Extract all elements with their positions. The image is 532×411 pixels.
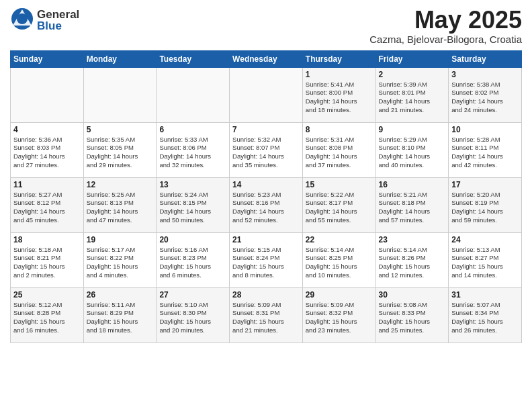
- day-number: 7: [232, 125, 300, 134]
- calendar-header-wednesday: Wednesday: [230, 50, 303, 67]
- calendar-cell: 2Sunrise: 5:39 AMSunset: 8:01 PMDaylight…: [375, 67, 449, 122]
- day-number: 26: [87, 290, 154, 300]
- day-number: 13: [159, 180, 226, 189]
- calendar-header-row: SundayMondayTuesdayWednesdayThursdayFrid…: [11, 50, 522, 67]
- calendar-cell: 15Sunrise: 5:22 AMSunset: 8:17 PMDayligh…: [302, 177, 375, 232]
- calendar-header-friday: Friday: [375, 50, 449, 67]
- day-info: Sunrise: 5:38 AMSunset: 8:02 PMDaylight:…: [451, 81, 519, 115]
- calendar-cell: 6Sunrise: 5:33 AMSunset: 8:06 PMDaylight…: [157, 122, 230, 177]
- calendar-cell: 5Sunrise: 5:35 AMSunset: 8:05 PMDaylight…: [83, 122, 157, 177]
- svg-point-2: [17, 13, 28, 24]
- day-info: Sunrise: 5:07 AMSunset: 8:34 PMDaylight:…: [451, 301, 519, 335]
- day-number: 18: [13, 235, 81, 244]
- day-info: Sunrise: 5:14 AMSunset: 8:26 PMDaylight:…: [379, 246, 446, 280]
- calendar-cell: 26Sunrise: 5:11 AMSunset: 8:29 PMDayligh…: [83, 287, 157, 342]
- day-info: Sunrise: 5:10 AMSunset: 8:30 PMDaylight:…: [159, 301, 226, 335]
- day-info: Sunrise: 5:17 AMSunset: 8:22 PMDaylight:…: [87, 246, 154, 280]
- calendar-cell: 3Sunrise: 5:38 AMSunset: 8:02 PMDaylight…: [449, 67, 522, 122]
- calendar-cell: 18Sunrise: 5:18 AMSunset: 8:21 PMDayligh…: [11, 232, 84, 287]
- day-number: 21: [232, 235, 300, 244]
- calendar-week-1: 4Sunrise: 5:36 AMSunset: 8:03 PMDaylight…: [11, 122, 522, 177]
- calendar-header-sunday: Sunday: [11, 50, 84, 67]
- day-info: Sunrise: 5:13 AMSunset: 8:27 PMDaylight:…: [451, 246, 519, 280]
- calendar-cell: 13Sunrise: 5:24 AMSunset: 8:15 PMDayligh…: [157, 177, 230, 232]
- day-number: 16: [379, 180, 446, 189]
- calendar-cell: 28Sunrise: 5:09 AMSunset: 8:31 PMDayligh…: [230, 287, 303, 342]
- day-number: 27: [159, 290, 226, 300]
- day-info: Sunrise: 5:25 AMSunset: 8:13 PMDaylight:…: [87, 191, 154, 225]
- calendar-cell: 29Sunrise: 5:09 AMSunset: 8:32 PMDayligh…: [302, 287, 375, 342]
- day-number: 3: [451, 70, 519, 79]
- day-number: 1: [306, 70, 373, 79]
- calendar-cell: 31Sunrise: 5:07 AMSunset: 8:34 PMDayligh…: [449, 287, 522, 342]
- logo-text: General Blue: [37, 9, 79, 32]
- calendar-cell: [83, 67, 157, 122]
- day-info: Sunrise: 5:08 AMSunset: 8:33 PMDaylight:…: [379, 301, 446, 335]
- day-number: 22: [306, 235, 373, 244]
- day-number: 29: [306, 290, 373, 300]
- day-info: Sunrise: 5:39 AMSunset: 8:01 PMDaylight:…: [379, 81, 446, 115]
- calendar-cell: 7Sunrise: 5:32 AMSunset: 8:07 PMDaylight…: [230, 122, 303, 177]
- calendar-cell: 8Sunrise: 5:31 AMSunset: 8:08 PMDaylight…: [302, 122, 375, 177]
- day-info: Sunrise: 5:16 AMSunset: 8:23 PMDaylight:…: [159, 246, 226, 280]
- day-info: Sunrise: 5:27 AMSunset: 8:12 PMDaylight:…: [13, 191, 81, 225]
- calendar-cell: 16Sunrise: 5:21 AMSunset: 8:18 PMDayligh…: [375, 177, 449, 232]
- day-info: Sunrise: 5:20 AMSunset: 8:19 PMDaylight:…: [451, 191, 519, 225]
- day-number: 24: [451, 235, 519, 244]
- logo: General Blue: [10, 7, 79, 34]
- calendar-cell: [230, 67, 303, 122]
- day-number: 4: [13, 125, 81, 134]
- day-info: Sunrise: 5:32 AMSunset: 8:07 PMDaylight:…: [232, 136, 300, 170]
- day-number: 30: [379, 290, 446, 300]
- calendar-cell: 1Sunrise: 5:41 AMSunset: 8:00 PMDaylight…: [302, 67, 375, 122]
- logo-general-text: General: [37, 9, 79, 20]
- calendar-week-3: 18Sunrise: 5:18 AMSunset: 8:21 PMDayligh…: [11, 232, 522, 287]
- calendar-table: SundayMondayTuesdayWednesdayThursdayFrid…: [10, 50, 522, 343]
- day-number: 17: [451, 180, 519, 189]
- calendar-header-tuesday: Tuesday: [157, 50, 230, 67]
- day-info: Sunrise: 5:15 AMSunset: 8:24 PMDaylight:…: [232, 246, 300, 280]
- calendar-cell: 12Sunrise: 5:25 AMSunset: 8:13 PMDayligh…: [83, 177, 157, 232]
- day-info: Sunrise: 5:11 AMSunset: 8:29 PMDaylight:…: [87, 301, 154, 335]
- day-info: Sunrise: 5:09 AMSunset: 8:31 PMDaylight:…: [232, 301, 300, 335]
- calendar-cell: [157, 67, 230, 122]
- calendar-cell: 27Sunrise: 5:10 AMSunset: 8:30 PMDayligh…: [157, 287, 230, 342]
- day-number: 14: [232, 180, 300, 189]
- day-info: Sunrise: 5:18 AMSunset: 8:21 PMDaylight:…: [13, 246, 81, 280]
- day-info: Sunrise: 5:41 AMSunset: 8:00 PMDaylight:…: [306, 81, 373, 115]
- calendar-cell: 30Sunrise: 5:08 AMSunset: 8:33 PMDayligh…: [375, 287, 449, 342]
- day-number: 19: [87, 235, 154, 244]
- calendar-cell: 11Sunrise: 5:27 AMSunset: 8:12 PMDayligh…: [11, 177, 84, 232]
- day-number: 2: [379, 70, 446, 79]
- calendar-header-saturday: Saturday: [449, 50, 522, 67]
- day-number: 8: [306, 125, 373, 134]
- day-number: 9: [379, 125, 446, 134]
- day-number: 12: [87, 180, 154, 189]
- day-info: Sunrise: 5:36 AMSunset: 8:03 PMDaylight:…: [13, 136, 81, 170]
- calendar-cell: 9Sunrise: 5:29 AMSunset: 8:10 PMDaylight…: [375, 122, 449, 177]
- day-number: 10: [451, 125, 519, 134]
- day-info: Sunrise: 5:29 AMSunset: 8:10 PMDaylight:…: [379, 136, 446, 170]
- day-number: 31: [451, 290, 519, 300]
- calendar-location: Cazma, Bjelovar-Bilogora, Croatia: [369, 34, 522, 45]
- day-number: 23: [379, 235, 446, 244]
- day-info: Sunrise: 5:21 AMSunset: 8:18 PMDaylight:…: [379, 191, 446, 225]
- calendar-cell: 25Sunrise: 5:12 AMSunset: 8:28 PMDayligh…: [11, 287, 84, 342]
- calendar-header-thursday: Thursday: [302, 50, 375, 67]
- title-block: May 2025 Cazma, Bjelovar-Bilogora, Croat…: [369, 7, 522, 45]
- calendar-header-monday: Monday: [83, 50, 157, 67]
- calendar-cell: 10Sunrise: 5:28 AMSunset: 8:11 PMDayligh…: [449, 122, 522, 177]
- calendar-cell: 23Sunrise: 5:14 AMSunset: 8:26 PMDayligh…: [375, 232, 449, 287]
- calendar-title: May 2025: [369, 7, 522, 34]
- calendar-cell: 17Sunrise: 5:20 AMSunset: 8:19 PMDayligh…: [449, 177, 522, 232]
- day-number: 28: [232, 290, 300, 300]
- day-number: 11: [13, 180, 81, 189]
- calendar-week-2: 11Sunrise: 5:27 AMSunset: 8:12 PMDayligh…: [11, 177, 522, 232]
- day-info: Sunrise: 5:09 AMSunset: 8:32 PMDaylight:…: [306, 301, 373, 335]
- calendar-cell: [11, 67, 84, 122]
- calendar-cell: 21Sunrise: 5:15 AMSunset: 8:24 PMDayligh…: [230, 232, 303, 287]
- calendar-week-0: 1Sunrise: 5:41 AMSunset: 8:00 PMDaylight…: [11, 67, 522, 122]
- logo-icon: [10, 7, 34, 34]
- day-info: Sunrise: 5:22 AMSunset: 8:17 PMDaylight:…: [306, 191, 373, 225]
- day-info: Sunrise: 5:31 AMSunset: 8:08 PMDaylight:…: [306, 136, 373, 170]
